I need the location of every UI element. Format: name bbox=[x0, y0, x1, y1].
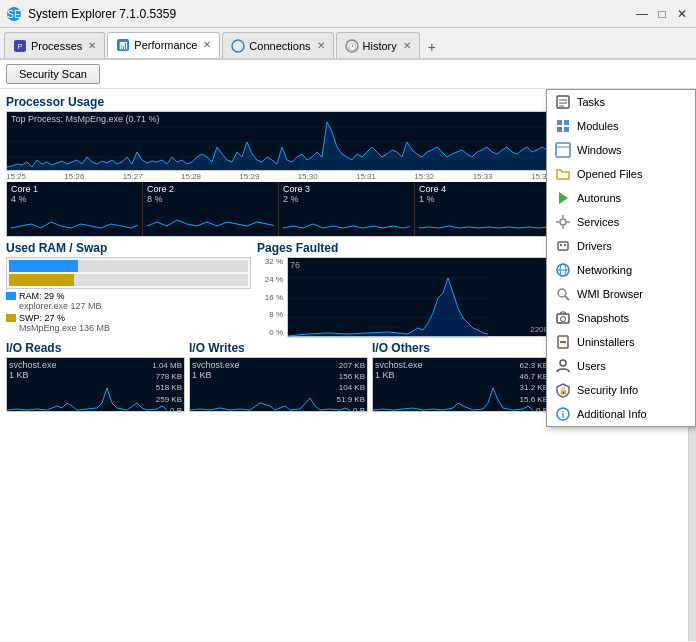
menu-item-services[interactable]: Services bbox=[547, 210, 695, 234]
opened-files-icon bbox=[555, 166, 571, 182]
svg-point-43 bbox=[560, 360, 566, 366]
menu-item-users[interactable]: Users bbox=[547, 354, 695, 378]
svg-rect-19 bbox=[557, 120, 562, 125]
minimize-button[interactable]: — bbox=[634, 6, 650, 22]
menu-item-modules[interactable]: Modules bbox=[547, 114, 695, 138]
menu-users-label: Users bbox=[577, 360, 606, 372]
history-tab-icon: 🕐 bbox=[345, 39, 359, 53]
menu-windows-label: Windows bbox=[577, 144, 622, 156]
tab-performance-close[interactable]: ✕ bbox=[203, 39, 211, 50]
main-content: Processor Usage Top Process: MsMpEng.exe… bbox=[0, 89, 696, 641]
svg-point-37 bbox=[558, 289, 566, 297]
svg-rect-33 bbox=[564, 244, 566, 246]
menu-item-tasks[interactable]: Tasks bbox=[547, 90, 695, 114]
io-others-val: 1 KB bbox=[375, 370, 395, 380]
menu-modules-label: Modules bbox=[577, 120, 619, 132]
performance-tab-icon: 📊 bbox=[116, 38, 130, 52]
core-1-chart bbox=[11, 204, 138, 232]
menu-item-additional-info[interactable]: i Additional Info bbox=[547, 402, 695, 426]
autoruns-icon bbox=[555, 190, 571, 206]
menu-item-uninstallers[interactable]: Uninstallers bbox=[547, 330, 695, 354]
io-writes-title: I/O Writes bbox=[189, 341, 368, 355]
pages-title: Pages Faulted bbox=[257, 241, 551, 255]
core-1-label: Core 1 bbox=[11, 184, 138, 194]
menu-item-networking[interactable]: Networking bbox=[547, 258, 695, 282]
tab-history[interactable]: 🕐 History ✕ bbox=[336, 32, 420, 58]
core-2-pct: 8 % bbox=[147, 194, 274, 204]
core-2: Core 2 8 % bbox=[143, 182, 279, 236]
toolbar: Security Scan bbox=[0, 60, 696, 89]
tab-processes-close[interactable]: ✕ bbox=[88, 40, 96, 51]
menu-item-snapshots[interactable]: Snapshots bbox=[547, 306, 695, 330]
svg-marker-25 bbox=[559, 192, 568, 204]
top-process-label: Top Process: MsMpEng.exe (0.71 %) bbox=[11, 114, 160, 124]
menu-services-label: Services bbox=[577, 216, 619, 228]
ram-pages-row: Used RAM / Swap RAM: 29 % bbox=[6, 241, 551, 337]
core-4: Core 4 1 % bbox=[415, 182, 550, 236]
menu-item-autoruns[interactable]: Autoruns bbox=[547, 186, 695, 210]
menu-additional-info-label: Additional Info bbox=[577, 408, 647, 420]
menu-item-windows[interactable]: Windows bbox=[547, 138, 695, 162]
close-button[interactable]: ✕ bbox=[674, 6, 690, 22]
core-3-label: Core 3 bbox=[283, 184, 410, 194]
io-writes-sizes: 207 KB 156 KB 104 KB 51.9 KB 0 B bbox=[337, 360, 365, 416]
menu-item-opened-files[interactable]: Opened Files bbox=[547, 162, 695, 186]
menu-security-info-label: Security Info bbox=[577, 384, 638, 396]
tab-bar: P Processes ✕ 📊 Performance ✕ Connection… bbox=[0, 28, 696, 60]
menu-item-drivers[interactable]: Drivers bbox=[547, 234, 695, 258]
io-writes-section: I/O Writes svchost.exe 1 KB 207 KB 156 K… bbox=[189, 341, 368, 412]
core-3: Core 3 2 % bbox=[279, 182, 415, 236]
core-1-pct: 4 % bbox=[11, 194, 138, 204]
io-others-section: I/O Others svchost.exe 1 KB 62.3 KB 46.7… bbox=[372, 341, 551, 412]
title-bar: SE System Explorer 7.1.0.5359 — □ ✕ bbox=[0, 0, 696, 28]
snapshots-icon bbox=[555, 310, 571, 326]
core-1: Core 1 4 % bbox=[7, 182, 143, 236]
ram-bar bbox=[9, 260, 78, 272]
swap-bar bbox=[9, 274, 74, 286]
menu-item-wmi-browser[interactable]: WMI Browser bbox=[547, 282, 695, 306]
pages-value: 76 bbox=[290, 260, 300, 270]
security-scan-button[interactable]: Security Scan bbox=[6, 64, 100, 84]
tab-connections-close[interactable]: ✕ bbox=[317, 40, 325, 51]
additional-info-icon: i bbox=[555, 406, 571, 422]
io-reads-chart: svchost.exe 1 KB 1.04 MB 778 KB 518 KB 2… bbox=[6, 357, 185, 412]
menu-tasks-label: Tasks bbox=[577, 96, 605, 108]
core-4-chart bbox=[419, 204, 546, 232]
menu-autoruns-label: Autoruns bbox=[577, 192, 621, 204]
io-reads-process: svchost.exe bbox=[9, 360, 57, 370]
tab-processes-label: Processes bbox=[31, 40, 82, 52]
swap-color-swatch bbox=[6, 314, 16, 322]
swap-process-label: MsMpEng.exe 136 MB bbox=[19, 323, 251, 333]
tab-processes[interactable]: P Processes ✕ bbox=[4, 32, 105, 58]
io-others-sizes: 62.3 KB 46.7 KB 31.2 KB 15.6 KB 0 B bbox=[520, 360, 548, 416]
svg-line-38 bbox=[565, 296, 569, 300]
svg-text:P: P bbox=[18, 43, 23, 50]
maximize-button[interactable]: □ bbox=[654, 6, 670, 22]
tab-performance[interactable]: 📊 Performance ✕ bbox=[107, 32, 220, 58]
windows-icon bbox=[555, 142, 571, 158]
io-reads-section: I/O Reads svchost.exe 1 KB 1.04 MB 778 K… bbox=[6, 341, 185, 412]
core-4-label: Core 4 bbox=[419, 184, 546, 194]
io-others-process: svchost.exe bbox=[375, 360, 423, 370]
processes-tab-icon: P bbox=[13, 39, 27, 53]
window-controls: — □ ✕ bbox=[634, 6, 690, 22]
svg-point-26 bbox=[560, 219, 566, 225]
app-title: System Explorer 7.1.0.5359 bbox=[28, 7, 634, 21]
svg-text:📊: 📊 bbox=[119, 41, 128, 50]
security-info-icon: 🔒 bbox=[555, 382, 571, 398]
svg-rect-23 bbox=[556, 143, 570, 157]
pages-y-labels: 32 % 24 % 16 % 8 % 0 % bbox=[257, 257, 285, 337]
menu-networking-label: Networking bbox=[577, 264, 632, 276]
tab-history-close[interactable]: ✕ bbox=[403, 40, 411, 51]
uninstallers-icon bbox=[555, 334, 571, 350]
menu-item-security-info[interactable]: 🔒 Security Info bbox=[547, 378, 695, 402]
tab-connections[interactable]: Connections ✕ bbox=[222, 32, 333, 58]
add-tab-button[interactable]: + bbox=[422, 36, 442, 58]
core-2-label: Core 2 bbox=[147, 184, 274, 194]
ram-process-label: explorer.exe 127 MB bbox=[19, 301, 251, 311]
menu-wmi-browser-label: WMI Browser bbox=[577, 288, 643, 300]
dropdown-menu: Tasks Modules Windows Opened Files Autor… bbox=[546, 89, 696, 427]
svg-point-40 bbox=[561, 317, 566, 322]
core-4-pct: 1 % bbox=[419, 194, 546, 204]
ram-pct-label: RAM: 29 % bbox=[19, 291, 65, 301]
